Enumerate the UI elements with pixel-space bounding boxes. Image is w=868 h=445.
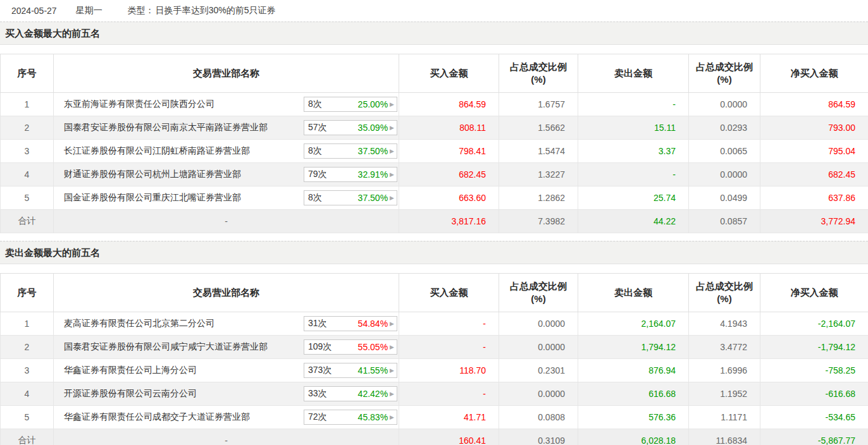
column-header-6: 净买入金额: [760, 274, 868, 312]
times-count: 31次: [308, 318, 327, 329]
chevron-right-icon: ▶: [390, 391, 394, 397]
sell-ratio-cell: 0.0000: [689, 93, 760, 116]
net-buy-amount-cell: 795.04: [760, 140, 868, 163]
row-number-cell: 1: [1, 93, 54, 116]
row-number-cell: 4: [1, 163, 54, 186]
table-row: 3长江证券股份有限公司江阴虹桥南路证券营业部8次37.50%▶798.411.5…: [1, 140, 868, 163]
rise-percent: 45.83%: [358, 412, 388, 422]
times-count: 57次: [308, 122, 327, 133]
net-buy-amount-cell: -758.25: [760, 359, 868, 382]
buy-ratio-cell: 7.3982: [499, 210, 578, 233]
rise-percent: 37.50%: [358, 146, 388, 156]
buy-ratio-cell: 0.0808: [499, 406, 578, 429]
times-count: 373次: [308, 365, 332, 376]
row-number-cell: 2: [1, 116, 54, 140]
ranking-times-badge[interactable]: 8次37.50%▶: [304, 143, 397, 159]
dept-name-cell: 国泰君安证券股份有限公司咸宁咸宁大道证券营业部109次55.05%▶: [54, 336, 399, 359]
table-row: 2国泰君安证券股份有限公司咸宁咸宁大道证券营业部109次55.05%▶-0.00…: [1, 336, 868, 359]
ranking-times-badge[interactable]: 8次37.50%▶: [304, 190, 397, 205]
dept-name-cell: -: [54, 429, 399, 445]
buy-amount-cell: 3,817.16: [399, 210, 499, 233]
net-buy-amount-cell: 682.45: [760, 163, 868, 186]
sell-amount-cell: 1,794.12: [578, 336, 689, 359]
column-header-5: 占总成交比例 (%): [689, 54, 760, 93]
sell-amount-cell: 876.94: [578, 359, 689, 382]
rise-percent: 41.55%: [358, 365, 388, 375]
row-number-cell: 5: [1, 406, 54, 429]
buy-ratio-cell: 0.0000: [499, 336, 578, 359]
row-number-cell: 4: [1, 382, 54, 406]
column-header-5: 占总成交比例 (%): [689, 274, 760, 312]
times-count: 8次: [308, 99, 322, 110]
net-buy-amount-cell: -2,164.07: [760, 312, 868, 336]
dept-name-cell: 开源证券股份有限公司云南分公司33次42.42%▶: [54, 382, 399, 406]
sell-amount-cell: 25.74: [578, 186, 689, 210]
net-buy-amount-cell: -534.65: [760, 406, 868, 429]
sell-ratio-cell: 0.0857: [689, 210, 760, 233]
times-count: 72次: [308, 411, 327, 423]
dept-name-cell: 国金证券股份有限公司重庆江北嘴证券营业部8次37.50%▶: [54, 186, 399, 210]
row-number-cell: 合计: [1, 429, 54, 445]
table-row: 3华鑫证券有限责任公司上海分公司373次41.55%▶118.700.23018…: [1, 359, 868, 382]
dept-name-cell: 华鑫证券有限责任公司成都交子大道证券营业部72次45.83%▶: [54, 406, 399, 429]
sell-amount-cell: 44.22: [578, 210, 689, 233]
row-number-cell: 5: [1, 186, 54, 210]
ranking-times-badge[interactable]: 31次54.84%▶: [304, 316, 397, 331]
net-buy-amount-cell: 3,772.94: [760, 210, 868, 233]
rise-percent: 37.50%: [358, 193, 388, 203]
ranking-times-badge[interactable]: 33次42.42%▶: [304, 386, 397, 401]
weekday-label: 星期一: [76, 5, 102, 16]
times-count: 8次: [308, 192, 322, 204]
buy-ratio-cell: 0.2301: [499, 359, 578, 382]
column-header-0: 序号: [1, 274, 54, 312]
table-header: 序号交易营业部名称买入金额占总成交比例 (%)卖出金额占总成交比例 (%)净买入…: [1, 54, 868, 93]
section-title-top-sellers: 卖出金额最大的前五名: [0, 241, 868, 264]
list-type-value: 日换手率达到30%的前5只证券: [156, 5, 276, 16]
row-number-cell: 3: [1, 140, 54, 163]
rise-percent: 55.05%: [358, 342, 388, 352]
sell-ratio-cell: 1.1171: [689, 406, 760, 429]
table-row: 4开源证券股份有限公司云南分公司33次42.42%▶-0.0000616.681…: [1, 382, 868, 406]
column-header-1: 交易营业部名称: [54, 274, 399, 312]
ranking-times-badge[interactable]: 57次35.09%▶: [304, 120, 397, 135]
type-label: 类型：: [128, 5, 154, 16]
buy-ratio-cell: 0.0000: [499, 312, 578, 336]
column-header-3: 占总成交比例 (%): [499, 274, 578, 312]
dept-name-cell: 东亚前海证券有限责任公司陕西分公司8次25.00%▶: [54, 93, 399, 116]
top-buyers-table: 序号交易营业部名称买入金额占总成交比例 (%)卖出金额占总成交比例 (%)净买入…: [0, 54, 868, 233]
ranking-times-badge[interactable]: 8次25.00%▶: [304, 97, 397, 112]
dept-name-cell: 财通证券股份有限公司杭州上塘路证券营业部79次32.91%▶: [54, 163, 399, 186]
chevron-right-icon: ▶: [390, 125, 394, 131]
rise-percent: 25.00%: [358, 99, 388, 109]
ranking-times-badge[interactable]: 109次55.05%▶: [304, 339, 397, 355]
dept-name-label: 国泰君安证券股份有限公司咸宁咸宁大道证券营业部: [64, 341, 268, 353]
sell-ratio-cell: 3.4772: [689, 336, 760, 359]
buy-ratio-cell: 0.3109: [499, 429, 578, 445]
times-count: 8次: [308, 145, 322, 157]
rise-percent: 35.09%: [358, 123, 388, 133]
sell-ratio-cell: 0.0499: [689, 186, 760, 210]
net-buy-amount-cell: -5,867.77: [760, 429, 868, 445]
dept-name-cell: 国泰君安证券股份有限公司南京太平南路证券营业部57次35.09%▶: [54, 116, 399, 140]
ranking-times-badge[interactable]: 72次45.83%▶: [304, 410, 397, 425]
times-count: 109次: [308, 341, 332, 353]
ranking-times-badge[interactable]: 79次32.91%▶: [304, 167, 397, 182]
sell-amount-cell: 3.37: [578, 140, 689, 163]
table-row: 5国金证券股份有限公司重庆江北嘴证券营业部8次37.50%▶663.601.28…: [1, 186, 868, 210]
chevron-right-icon: ▶: [390, 195, 394, 201]
net-buy-amount-cell: -1,794.12: [760, 336, 868, 359]
net-buy-amount-cell: 793.00: [760, 116, 868, 140]
chevron-right-icon: ▶: [390, 172, 394, 178]
column-header-4: 卖出金额: [578, 54, 689, 93]
top-sellers-table: 序号交易营业部名称买入金额占总成交比例 (%)卖出金额占总成交比例 (%)净买入…: [0, 273, 868, 445]
net-buy-amount-cell: 864.59: [760, 93, 868, 116]
buy-amount-cell: 682.45: [399, 163, 499, 186]
total-row: 合计-3,817.167.398244.220.08573,772.94: [1, 210, 868, 233]
ranking-times-badge[interactable]: 373次41.55%▶: [304, 363, 397, 378]
net-buy-amount-cell: -616.68: [760, 382, 868, 406]
rise-percent: 42.42%: [358, 389, 388, 399]
buy-ratio-cell: 1.6757: [499, 93, 578, 116]
chevron-right-icon: ▶: [390, 102, 394, 107]
sell-amount-cell: 15.11: [578, 116, 689, 140]
column-header-6: 净买入金额: [760, 54, 868, 93]
